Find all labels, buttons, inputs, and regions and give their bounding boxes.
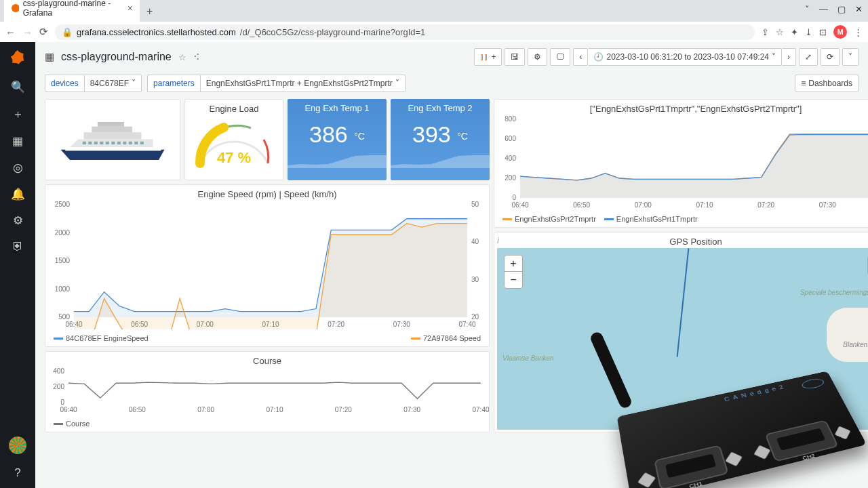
star-icon[interactable]: ☆: [776, 27, 784, 37]
shield-icon[interactable]: ⛨: [12, 240, 24, 253]
install-icon[interactable]: ⊡: [819, 27, 827, 37]
settings-button[interactable]: ⚙: [528, 48, 547, 66]
grafana-logo-icon[interactable]: [8, 49, 27, 68]
gauge-value: 47 %: [217, 149, 251, 166]
address-bar[interactable]: 🔒 grafana.csselectronics.stellarhosted.c…: [55, 24, 755, 40]
var-parameters-label: parameters: [148, 75, 201, 92]
map-zoom-out[interactable]: −: [505, 272, 522, 288]
svg-text:06:50: 06:50: [573, 201, 590, 209]
back-icon[interactable]: ←: [5, 26, 16, 38]
svg-text:400: 400: [505, 155, 516, 162]
refresh-button[interactable]: ⟳: [821, 48, 840, 66]
win-max-icon[interactable]: ▢: [837, 4, 846, 14]
legend-engine-speed: 84C678EF EngineSpeed: [66, 334, 149, 342]
svg-text:06:40: 06:40: [511, 201, 528, 209]
lock-icon: 🔒: [62, 27, 73, 37]
star-dashboard-icon[interactable]: ☆: [178, 52, 186, 62]
extensions-icon[interactable]: ✦: [791, 27, 798, 37]
legend-speed: 72A97864 Speed: [423, 334, 481, 342]
time-range-picker[interactable]: ‹ 🕘2023-03-10 06:31:20 to 2023-03-10 07:…: [573, 48, 796, 66]
map-zoom-controls: + −: [504, 255, 523, 289]
plus-icon[interactable]: ＋: [12, 106, 24, 122]
info-icon[interactable]: i: [497, 235, 499, 245]
reload-icon[interactable]: ⟳: [39, 26, 48, 38]
zoom-out-button[interactable]: ⤢: [799, 48, 818, 66]
svg-text:07:20: 07:20: [757, 201, 774, 209]
refresh-interval-button[interactable]: ˅: [842, 48, 859, 66]
ship-image-panel: [45, 99, 180, 180]
var-parameters[interactable]: parameters EngnExhstGsPrt1Tmprtr + EngnE…: [147, 75, 406, 92]
win-min-icon[interactable]: —: [819, 4, 828, 14]
tv-mode-button[interactable]: 🖵: [550, 48, 570, 66]
course-panel[interactable]: Course 020040006:4006:5007:0007:1007:200…: [45, 351, 490, 432]
account-badge[interactable]: M: [833, 25, 847, 39]
engine-load-panel[interactable]: Engine Load 47 %: [184, 99, 283, 180]
browser-tab[interactable]: css-playground-marine - Grafana ×: [4, 0, 140, 22]
forward-icon[interactable]: →: [22, 26, 33, 38]
svg-text:06:50: 06:50: [129, 406, 146, 413]
search-icon[interactable]: 🔍: [11, 80, 25, 94]
share-icon[interactable]: ⇪: [762, 27, 769, 37]
user-avatar[interactable]: [9, 436, 26, 454]
panel-title: ["EngnExhstGsPrt1Tmprtr","EngnExhstGsPrt…: [494, 100, 868, 115]
svg-text:0: 0: [512, 194, 516, 201]
url-path: /d/_Q6coC5Gz/css-playground-marine?orgId…: [240, 27, 426, 37]
svg-rect-12: [123, 142, 126, 144]
share-dashboard-icon[interactable]: ⠪: [193, 52, 200, 62]
exh-temp-2-panel[interactable]: Eng Exh Temp 2 393 °C: [391, 99, 490, 180]
var-devices-value: 84C678EF: [90, 79, 129, 88]
svg-rect-14: [134, 142, 138, 144]
save-button[interactable]: 🖫: [505, 48, 525, 66]
add-panel-button[interactable]: ⫿⫿+: [474, 48, 502, 66]
svg-text:0: 0: [60, 399, 64, 406]
svg-rect-11: [117, 142, 121, 144]
new-tab-button[interactable]: +: [140, 1, 159, 22]
panel-title: Course: [45, 352, 489, 367]
tab-close-icon[interactable]: ×: [127, 3, 133, 14]
engine-speed-panel[interactable]: Engine Speed (rpm) | Speed (km/h) 500100…: [45, 184, 490, 347]
time-forward-button[interactable]: ›: [782, 48, 796, 66]
exhaust-chart-panel[interactable]: ["EngnExhstGsPrt1Tmprtr","EngnExhstGsPrt…: [494, 99, 868, 228]
speed-chart-svg: 50010001500200025002030405006:4006:5007:…: [45, 201, 489, 329]
alerting-icon[interactable]: 🔔: [11, 187, 25, 201]
svg-text:600: 600: [505, 135, 516, 142]
legend-exh-b: EngnExhstGsPrt1Tmprtr: [616, 215, 698, 223]
clock-icon: 🕘: [593, 52, 604, 62]
exh-temp-1-panel[interactable]: Eng Exh Temp 1 386 °C: [288, 99, 387, 180]
chevron-down-icon: ˅: [132, 79, 136, 88]
exh2-value: 393: [412, 121, 451, 147]
help-icon[interactable]: ?: [14, 466, 20, 480]
exh1-unit: °C: [354, 131, 365, 142]
gps-track: [677, 248, 690, 357]
config-icon[interactable]: ⚙: [13, 214, 23, 228]
menu-icon[interactable]: ⋮: [854, 27, 863, 37]
grafana-favicon: [11, 3, 19, 13]
dashboards-dropdown-label: Dashboards: [808, 79, 852, 88]
dashboards-dropdown[interactable]: ≡ Dashboards: [795, 75, 859, 92]
svg-rect-8: [100, 142, 103, 144]
device-brand: CANedge2: [627, 375, 823, 424]
svg-rect-1: [65, 147, 161, 150]
time-back-button[interactable]: ‹: [573, 48, 588, 66]
map-label-c: Speciale beschermingszone: [800, 289, 868, 296]
dashboards-icon[interactable]: ▦: [12, 134, 23, 148]
win-close-icon[interactable]: ✕: [855, 4, 863, 14]
win-chevron-icon[interactable]: ˅: [805, 4, 810, 14]
svg-rect-10: [111, 142, 115, 144]
svg-rect-9: [106, 142, 109, 144]
explore-icon[interactable]: ◎: [13, 161, 23, 175]
var-devices[interactable]: devices 84C678EF˅: [45, 75, 142, 92]
exh1-value: 386: [309, 121, 348, 147]
panel-title: GPS Position: [494, 232, 868, 248]
svg-text:50: 50: [471, 201, 479, 208]
panel-grid-icon[interactable]: ▦: [45, 51, 54, 63]
svg-text:07:20: 07:20: [328, 321, 344, 328]
download-icon[interactable]: ⤓: [805, 27, 812, 37]
device-port1-label: CH1: [662, 474, 730, 488]
map-zoom-in[interactable]: +: [505, 256, 522, 272]
svg-text:800: 800: [505, 115, 516, 123]
exh2-unit: °C: [457, 131, 468, 142]
canedge-device-image: CANedge2 CH1 CH2: [590, 366, 868, 488]
svg-text:200: 200: [505, 174, 516, 182]
exhaust-chart-svg: 020040060080006:4006:5007:0007:1007:2007…: [494, 115, 868, 210]
